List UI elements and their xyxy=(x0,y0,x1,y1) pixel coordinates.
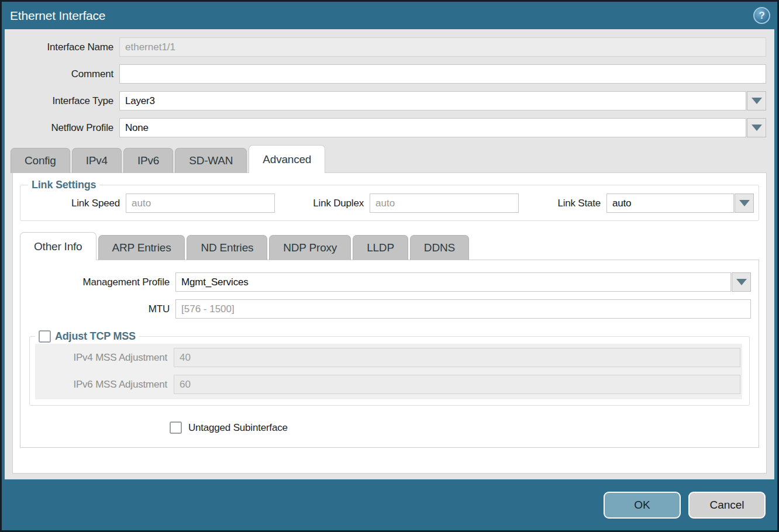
link-state-dropdown-button[interactable] xyxy=(735,194,754,213)
chevron-down-icon xyxy=(752,125,762,131)
interface-name-label: Interface Name xyxy=(5,42,119,53)
untagged-subinterface-row: Untagged Subinterface xyxy=(20,422,759,434)
interface-type-dropdown-button[interactable] xyxy=(747,91,766,110)
netflow-profile-dropdown-button[interactable] xyxy=(747,118,766,137)
tab-sdwan[interactable]: SD-WAN xyxy=(175,148,247,173)
link-speed-field[interactable] xyxy=(126,194,275,213)
management-profile-dropdown[interactable]: Mgmt_Services xyxy=(175,272,751,292)
interface-type-label: Interface Type xyxy=(5,95,119,107)
interface-type-row: Interface Type Layer3 xyxy=(5,91,774,110)
chevron-down-icon xyxy=(739,200,750,206)
subtab-ddns[interactable]: DDNS xyxy=(410,235,469,260)
ok-button[interactable]: OK xyxy=(604,492,681,519)
subtab-arp-entries[interactable]: ARP Entries xyxy=(98,235,185,260)
ipv6-mss-field xyxy=(174,375,740,394)
untagged-subinterface-checkbox[interactable] xyxy=(170,422,182,434)
link-duplex-field[interactable] xyxy=(370,194,519,213)
adjust-tcp-mss-legend: Adjust TCP MSS xyxy=(35,330,139,343)
chevron-down-icon xyxy=(752,98,762,104)
cancel-button[interactable]: Cancel xyxy=(688,492,766,519)
untagged-subinterface-label: Untagged Subinterface xyxy=(188,422,288,434)
mtu-row: MTU xyxy=(20,299,759,319)
interface-name-field xyxy=(119,37,766,57)
sub-tabs: Other Info ARP Entries ND Entries NDP Pr… xyxy=(13,232,766,260)
comment-field[interactable] xyxy=(119,64,766,84)
dialog-titlebar: Ethernet Interface ? xyxy=(2,2,777,29)
ipv4-mss-row: IPv4 MSS Adjustment xyxy=(35,348,742,367)
ethernet-interface-dialog: Ethernet Interface ? Interface Name Comm… xyxy=(0,0,779,532)
chevron-down-icon xyxy=(736,279,747,285)
interface-type-value[interactable]: Layer3 xyxy=(119,91,746,110)
netflow-profile-value[interactable]: None xyxy=(119,118,746,137)
dialog-body: Interface Name Comment Interface Type La… xyxy=(5,29,774,479)
advanced-tab-panel: Link Settings Link Speed Link Duplex Lin… xyxy=(12,172,767,474)
ipv6-mss-row: IPv6 MSS Adjustment xyxy=(35,375,742,394)
ipv4-mss-field xyxy=(174,348,740,367)
link-settings-row: Link Speed Link Duplex Link State auto xyxy=(20,194,759,213)
management-profile-dropdown-button[interactable] xyxy=(732,272,751,292)
main-tabs: Config IPv4 IPv6 SD-WAN Advanced xyxy=(5,145,774,173)
comment-row: Comment xyxy=(5,64,774,84)
link-settings-legend: Link Settings xyxy=(28,179,99,191)
subtab-lldp[interactable]: LLDP xyxy=(353,235,408,260)
interface-name-row: Interface Name xyxy=(5,37,774,57)
tab-advanced[interactable]: Advanced xyxy=(249,145,325,173)
adjust-tcp-mss-fieldset: Adjust TCP MSS IPv4 MSS Adjustment IPv6 … xyxy=(29,330,750,406)
link-speed-label: Link Speed xyxy=(20,198,126,209)
tab-config[interactable]: Config xyxy=(11,148,70,173)
link-state-dropdown[interactable]: auto xyxy=(606,194,755,213)
dialog-footer: OK Cancel xyxy=(2,479,777,530)
link-state-label: Link State xyxy=(519,198,606,209)
netflow-profile-dropdown[interactable]: None xyxy=(119,118,766,137)
mtu-field[interactable] xyxy=(175,299,751,319)
mtu-label: MTU xyxy=(20,303,175,315)
other-info-panel: Management Profile Mgmt_Services MTU xyxy=(20,260,759,448)
management-profile-label: Management Profile xyxy=(20,277,175,288)
link-state-value[interactable]: auto xyxy=(606,194,734,213)
comment-label: Comment xyxy=(5,68,119,80)
interface-type-dropdown[interactable]: Layer3 xyxy=(119,91,766,110)
netflow-profile-row: Netflow Profile None xyxy=(5,118,774,137)
help-icon[interactable]: ? xyxy=(753,7,770,24)
management-profile-value[interactable]: Mgmt_Services xyxy=(175,272,731,292)
tab-ipv6[interactable]: IPv6 xyxy=(123,148,173,173)
management-profile-row: Management Profile Mgmt_Services xyxy=(20,272,759,292)
subtab-ndp-proxy[interactable]: NDP Proxy xyxy=(269,235,351,260)
link-settings-fieldset: Link Settings Link Speed Link Duplex Lin… xyxy=(20,179,759,221)
adjust-tcp-mss-legend-text: Adjust TCP MSS xyxy=(55,330,136,343)
top-form: Interface Name Comment Interface Type La… xyxy=(5,29,774,137)
link-duplex-label: Link Duplex xyxy=(275,198,370,209)
mss-disabled-area: IPv4 MSS Adjustment IPv6 MSS Adjustment xyxy=(35,344,742,399)
ipv6-mss-label: IPv6 MSS Adjustment xyxy=(35,379,174,391)
subtab-other-info[interactable]: Other Info xyxy=(20,232,96,260)
dialog-title: Ethernet Interface xyxy=(10,9,105,23)
netflow-profile-label: Netflow Profile xyxy=(5,122,119,134)
adjust-tcp-mss-checkbox[interactable] xyxy=(39,330,51,343)
ipv4-mss-label: IPv4 MSS Adjustment xyxy=(35,352,174,364)
tab-ipv4[interactable]: IPv4 xyxy=(72,148,122,173)
subtab-nd-entries[interactable]: ND Entries xyxy=(187,235,267,260)
